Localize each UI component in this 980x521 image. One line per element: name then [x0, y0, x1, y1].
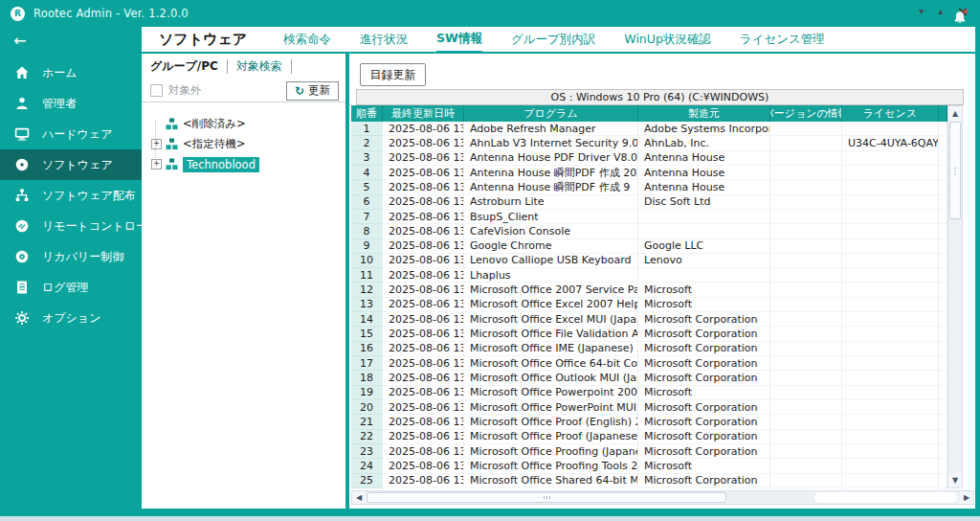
table-row[interactable]: 172025-08-06 13:59Microsoft Office Offic… — [351, 356, 947, 371]
table-cell: 2025-08-06 13:59 — [383, 122, 464, 136]
sidebar-item-0[interactable]: ホーム — [0, 57, 142, 88]
home-icon — [14, 65, 30, 80]
column-header-6[interactable] — [939, 105, 947, 122]
column-header-4[interactable]: バージョンの情報 — [770, 105, 842, 122]
row-number-cell: 19 — [351, 386, 383, 400]
table-cell — [842, 254, 939, 268]
horizontal-scrollbar[interactable]: ◀ ▶ — [351, 490, 974, 505]
table-row[interactable]: 22025-08-06 13:59AhnLab V3 Internet Secu… — [351, 136, 947, 150]
tab-3[interactable]: グループ別内訳 — [511, 27, 595, 52]
table-row[interactable]: 162025-08-06 13:59Microsoft Office IME (… — [351, 342, 947, 356]
catalog-update-button[interactable]: 目録更新 — [360, 63, 426, 86]
bell-icon[interactable] — [953, 11, 967, 25]
vertical-scrollbar[interactable]: ▲ ▼ — [947, 105, 963, 488]
table-cell: 2025-08-06 13:59 — [383, 180, 464, 194]
horizontal-scrollbar-thumb[interactable] — [367, 492, 726, 503]
table-row[interactable]: 242025-08-06 13:59Microsoft Office Proof… — [351, 459, 947, 473]
column-header-3[interactable]: 製造元 — [638, 105, 770, 122]
table-row[interactable]: 112025-08-06 13:59Lhaplus — [351, 268, 947, 283]
tab-2[interactable]: SW情報 — [436, 27, 482, 54]
sidebar-item-1[interactable]: 管理者 — [0, 88, 142, 119]
table-row[interactable]: 132025-08-06 13:59Microsoft Office Excel… — [351, 298, 947, 312]
table-row[interactable]: 182025-08-06 13:59Microsoft Office Outlo… — [351, 371, 947, 385]
table-row[interactable]: 12025-08-06 13:59Adobe Refresh ManagerAd… — [351, 122, 947, 136]
table-cell — [770, 444, 842, 459]
tab-1[interactable]: 進行状況 — [360, 27, 408, 52]
tree-item-1[interactable]: +<指定待機> — [151, 134, 345, 154]
table-row[interactable]: 122025-08-06 13:59Microsoft Office 2007 … — [351, 283, 947, 297]
refresh-button[interactable]: ↻ 更新 — [286, 81, 339, 101]
table-cell: Lenovo Calliope USB Keyboard — [464, 254, 638, 268]
table-cell: Microsoft Corporation — [638, 356, 770, 371]
table-row[interactable]: 62025-08-06 13:59Astroburn LiteDisc Soft… — [351, 195, 947, 210]
panel-tab-1[interactable]: 対象検索 — [236, 58, 282, 75]
exclude-checkbox[interactable] — [150, 84, 163, 97]
table-row[interactable]: 32025-08-06 13:59Antenna House PDF Drive… — [351, 151, 947, 166]
table-cell: Microsoft Office PowerPoint MUI (Jap... — [464, 400, 638, 415]
software-icon — [14, 157, 30, 172]
exclude-checkbox-group[interactable]: 対象外 — [150, 83, 202, 98]
sidebar-item-2[interactable]: ハードウェア — [0, 119, 142, 149]
table-row[interactable]: 42025-08-06 13:59Antenna House 瞬間PDF 作成 … — [351, 166, 947, 180]
table-cell — [842, 239, 939, 254]
table-row[interactable]: 82025-08-06 13:59CafeVision Console — [351, 224, 947, 238]
column-header-5[interactable]: ライセンス — [842, 105, 939, 122]
tab-0[interactable]: 検索命令 — [283, 27, 331, 52]
tree-item-2[interactable]: +Technoblood — [151, 154, 345, 174]
sidebar-item-8[interactable]: オプション — [0, 303, 142, 333]
table-row[interactable]: 222025-08-06 13:59Microsoft Office Proof… — [351, 430, 947, 444]
row-number-cell: 25 — [351, 474, 383, 488]
tree-item-0[interactable]: <削除済み> — [151, 114, 345, 134]
sidebar-item-4[interactable]: ソフトウェア配布 — [0, 180, 142, 211]
sidebar-item-label: ソフトウェア — [42, 157, 113, 173]
scroll-up-icon[interactable]: ▲ — [948, 106, 962, 121]
table-cell: 2025-08-06 13:59 — [383, 386, 464, 400]
back-arrow-icon[interactable]: ← — [13, 33, 33, 50]
scroll-down-icon[interactable]: ▼ — [948, 473, 962, 487]
table-cell — [770, 239, 842, 254]
column-header-1[interactable]: 最終更新日時 — [383, 105, 464, 122]
expand-plus-icon[interactable]: + — [151, 139, 162, 149]
table-row[interactable]: 212025-08-06 13:59Microsoft Office Proof… — [351, 415, 947, 429]
table-row[interactable]: 252025-08-06 13:59Microsoft Office Share… — [351, 474, 947, 488]
vertical-scrollbar-thumb[interactable] — [949, 122, 961, 219]
table-cell — [939, 415, 947, 429]
sidebar-item-6[interactable]: リカバリー制御 — [0, 241, 142, 272]
column-header-2[interactable]: プログラム — [464, 105, 638, 122]
table-cell — [770, 415, 842, 429]
table-row[interactable]: 52025-08-06 13:59Antenna House 瞬間PDF 作成 … — [351, 180, 947, 194]
minimize-icon[interactable]: ▾ — [919, 7, 924, 16]
group-tree: <削除済み>+<指定待機>+Technoblood — [142, 102, 345, 174]
table-cell: 2025-08-06 13:59 — [383, 430, 464, 444]
table-cell — [770, 459, 842, 473]
sidebar-item-7[interactable]: ログ管理 — [0, 272, 142, 303]
tab-4[interactable]: WinUp状況確認 — [624, 27, 711, 52]
tab-5[interactable]: ライセンス管理 — [740, 27, 825, 52]
row-number-cell: 10 — [351, 254, 383, 268]
table-cell — [939, 122, 947, 136]
table-cell: 2025-08-06 13:59 — [383, 415, 464, 429]
table-row[interactable]: 152025-08-06 13:59Microsoft Office File … — [351, 327, 947, 341]
panel-tab-0[interactable]: グループ/PC — [150, 58, 218, 75]
table-row[interactable]: 92025-08-06 13:59Google ChromeGoogle LLC — [351, 239, 947, 254]
sidebar-item-3[interactable]: ソフトウェア — [0, 149, 142, 180]
table-row[interactable]: 72025-08-06 13:59BsupS_Client — [351, 210, 947, 224]
column-header-0[interactable]: 順番 — [351, 105, 383, 122]
expand-plus-icon[interactable]: + — [151, 159, 162, 170]
scroll-left-icon[interactable]: ◀ — [352, 491, 366, 504]
row-number-cell: 20 — [351, 400, 383, 415]
table-cell — [842, 415, 939, 429]
table-cell: 2025-08-06 13:59 — [383, 283, 464, 297]
table-row[interactable]: 192025-08-06 13:59Microsoft Office Power… — [351, 386, 947, 400]
maximize-icon[interactable]: ▴ — [938, 7, 943, 16]
table-cell: Lenovo — [638, 254, 770, 268]
scroll-right-icon[interactable]: ▶ — [960, 491, 973, 504]
options-icon — [14, 310, 30, 326]
table-row[interactable]: 202025-08-06 13:59Microsoft Office Power… — [351, 400, 947, 415]
table-row[interactable]: 142025-08-06 13:59Microsoft Office Excel… — [351, 312, 947, 327]
table-row[interactable]: 232025-08-06 13:59Microsoft Office Proof… — [351, 444, 947, 459]
table-row[interactable]: 102025-08-06 13:59Lenovo Calliope USB Ke… — [351, 254, 947, 268]
table-cell: Microsoft Office File Validation Add-In — [464, 327, 638, 341]
sidebar-item-5[interactable]: リモートコントロール — [0, 211, 142, 241]
table-cell — [842, 474, 939, 488]
